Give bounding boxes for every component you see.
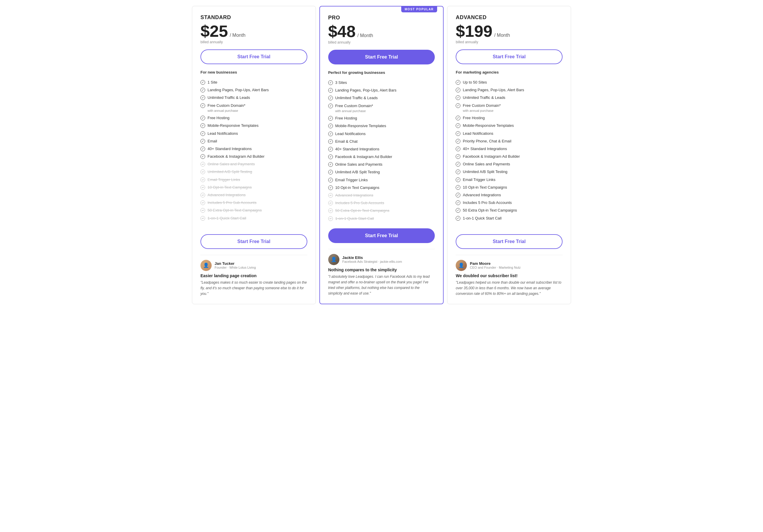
feature-item: ✓ Facebook & Instagram Ad Builder <box>456 153 563 160</box>
feature-item: ✓ 1-on-1 Quick Start Call <box>456 215 563 222</box>
price-period-standard: / Month <box>230 33 245 38</box>
feature-item: ✓ Online Sales and Payments <box>200 160 307 168</box>
feature-list-standard: ✓ 1 Site ✓ Landing Pages, Pop-Ups, Alert… <box>200 79 307 228</box>
author-title: Facebook Ads Strategist · jackie-ellis.c… <box>342 260 402 263</box>
cta-button-bottom-standard[interactable]: Start Free Trial <box>200 234 307 249</box>
feature-text: Online Sales and Payments <box>463 161 510 167</box>
check-icon: ✓ <box>328 170 333 174</box>
author-name: Jan Tucker <box>215 261 256 266</box>
author-info: Jan Tucker Founder · White Lotus Living <box>215 261 256 269</box>
billed-text-pro: billed annually <box>328 40 435 44</box>
feature-item: ✓ Email <box>200 137 307 145</box>
feature-item: ✓ Advanced Integrations <box>328 192 435 199</box>
feature-text: 10 Opt-in Text Campaigns <box>207 185 252 190</box>
testimonial-standard: 👤 Jan Tucker Founder · White Lotus Livin… <box>200 255 307 297</box>
feature-text: 40+ Standard Integrations <box>463 146 507 151</box>
feature-text: Lead Notifications <box>207 131 238 136</box>
check-icon: ✓ <box>328 116 333 121</box>
check-icon: ✓ <box>200 200 205 205</box>
feature-text: Mobile-Responsive Templates <box>335 123 386 129</box>
pricing-card-pro: MOST POPULARPRO $48 / Month billed annua… <box>319 6 444 304</box>
feature-list-pro: ✓ 3 Sites ✓ Landing Pages, Pop-Ups, Aler… <box>328 79 435 222</box>
check-icon: ✓ <box>200 95 205 100</box>
price-amount-advanced: $199 <box>456 23 492 40</box>
feature-text: Email <box>207 138 217 144</box>
check-icon: ✓ <box>200 193 205 198</box>
check-icon: ✓ <box>456 88 460 92</box>
feature-item: ✓ Advanced Integrations <box>200 191 307 199</box>
feature-item: ✓ 1-on-1 Quick Start Call <box>200 215 307 222</box>
feature-text: Includes 5 Pro Sub Accounts <box>207 200 257 205</box>
feature-item: ✓ Advanced Integrations <box>456 191 563 199</box>
feature-item: ✓ Email Trigger Links <box>200 176 307 184</box>
check-icon: ✓ <box>456 216 460 221</box>
check-icon: ✓ <box>328 124 333 128</box>
cta-button-top-standard[interactable]: Start Free Trial <box>200 49 307 64</box>
check-icon: ✓ <box>328 201 333 205</box>
plan-name-pro: PRO <box>328 15 435 21</box>
feature-text: Unlimited Traffic & Leads <box>463 95 505 100</box>
price-row-advanced: $199 / Month <box>456 23 563 40</box>
feature-text: Lead Notifications <box>463 131 493 136</box>
feature-item: ✓ Unlimited A/B Split Testing <box>328 168 435 176</box>
author-name: Jackie Ellis <box>342 255 402 260</box>
feature-sub: with annual purchase <box>207 109 246 113</box>
feature-text: 1-on-1 Quick Start Call <box>463 216 501 221</box>
pricing-card-advanced: ADVANCED $199 / Month billed annuallySta… <box>447 6 571 304</box>
plan-subtitle-standard: For new businesses <box>200 70 307 74</box>
pricing-grid: STANDARD $25 / Month billed annuallyStar… <box>190 6 573 304</box>
cta-button-top-advanced[interactable]: Start Free Trial <box>456 49 563 64</box>
feature-item: ✓ Lead Notifications <box>200 130 307 137</box>
feature-text: Advanced Integrations <box>207 192 246 198</box>
check-icon: ✓ <box>328 139 333 144</box>
author-title: Founder · White Lotus Living <box>215 266 256 269</box>
feature-text: Online Sales and Payments <box>207 161 255 167</box>
price-amount-standard: $25 <box>200 23 228 40</box>
feature-item: ✓ Unlimited A/B Split Testing <box>456 168 563 176</box>
check-icon: ✓ <box>456 162 460 167</box>
feature-text: 50 Extra Opt-in Text Campaigns <box>335 208 389 213</box>
testimonial-quote: "I absolutely love Leadpages. I can run … <box>328 274 435 297</box>
avatar-advanced: 👤 <box>456 260 467 271</box>
feature-item: ✓ Unlimited Traffic & Leads <box>328 94 435 102</box>
pricing-card-standard: STANDARD $25 / Month billed annuallyStar… <box>192 6 316 304</box>
cta-button-top-pro[interactable]: Start Free Trial <box>328 50 435 64</box>
feature-text: Mobile-Responsive Templates <box>207 123 259 128</box>
price-row-pro: $48 / Month <box>328 23 435 40</box>
feature-text: 1-on-1 Quick Start Call <box>335 216 374 221</box>
feature-text: Includes 5 Pro Sub Accounts <box>335 200 384 206</box>
feature-text: 1-on-1 Quick Start Call <box>207 216 246 221</box>
feature-item: ✓ Landing Pages, Pop-Ups, Alert Bars <box>200 86 307 94</box>
price-amount-pro: $48 <box>328 23 356 40</box>
feature-text: Email & Chat <box>335 139 358 144</box>
check-icon: ✓ <box>456 154 460 159</box>
check-icon: ✓ <box>200 123 205 128</box>
cta-button-bottom-advanced[interactable]: Start Free Trial <box>456 234 563 249</box>
billed-text-advanced: billed annually <box>456 40 563 44</box>
feature-sub: with annual purchase <box>463 109 501 113</box>
cta-button-bottom-pro[interactable]: Start Free Trial <box>328 228 435 243</box>
feature-item: ✓ Email & Chat <box>328 138 435 145</box>
feature-text: 1 Site <box>207 80 217 85</box>
check-icon: ✓ <box>328 96 333 100</box>
author-title: CEO and Founder · Marketing Nutz <box>470 266 520 269</box>
check-icon: ✓ <box>456 139 460 143</box>
feature-item: ✓ Mobile-Responsive Templates <box>456 122 563 130</box>
testimonial-pro: 👤 Jackie Ellis Facebook Ads Strategist ·… <box>328 249 435 297</box>
feature-text: Facebook & Instagram Ad Builder <box>207 154 265 159</box>
testimonial-headline: Easier landing page creation <box>200 273 307 278</box>
feature-item: ✓ 40+ Standard Integrations <box>200 145 307 153</box>
testimonial-headline: We doubled our subscriber list! <box>456 273 563 278</box>
avatar-standard: 👤 <box>200 260 212 271</box>
check-icon: ✓ <box>328 104 333 108</box>
feature-text: Unlimited A/B Split Testing <box>335 169 380 175</box>
feature-text: Unlimited A/B Split Testing <box>463 169 507 174</box>
check-icon: ✓ <box>328 88 333 93</box>
feature-text: Priority Phone, Chat & Email <box>463 138 511 144</box>
check-icon: ✓ <box>328 208 333 213</box>
testimonial-headline: Nothing compares to the simplicity <box>328 267 435 272</box>
plan-subtitle-advanced: For marketing agencies <box>456 70 563 74</box>
testimonial-advanced: 👤 Pam Moore CEO and Founder · Marketing … <box>456 255 563 297</box>
check-icon: ✓ <box>200 185 205 190</box>
testimonial-quote: "Leadpages makes it so much easier to cr… <box>200 280 307 297</box>
